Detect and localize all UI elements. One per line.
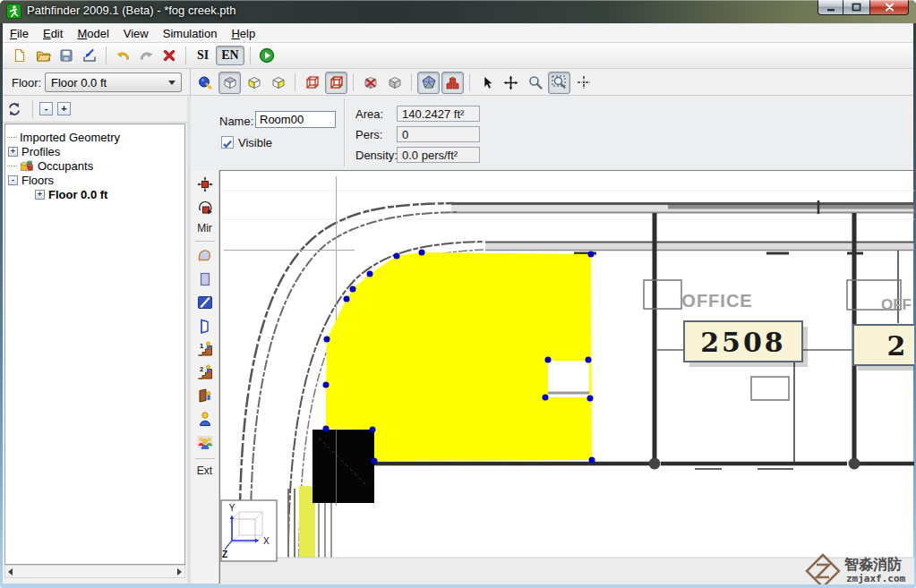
en-units-button[interactable]: EN (216, 46, 244, 65)
thin-wall-icon (197, 294, 213, 311)
select-tool-button[interactable] (475, 72, 498, 94)
density-label: Density: (355, 149, 398, 162)
save-file-button[interactable] (56, 45, 77, 66)
visible-checkbox[interactable] (221, 136, 234, 149)
occupant-icon (197, 411, 213, 427)
refresh-tree-button[interactable] (3, 102, 26, 116)
svg-text:1: 1 (200, 342, 203, 350)
office2-label: OFF (881, 296, 912, 313)
close-icon (885, 3, 895, 12)
tree-item-occupants[interactable]: Occupants (5, 158, 184, 173)
show-object-button[interactable] (383, 72, 406, 94)
check-icon (222, 139, 233, 149)
menu-help[interactable]: Help (224, 27, 262, 40)
model-canvas[interactable]: OFFICE 2508 OFF 2 (219, 170, 913, 584)
area-value: 140.2427 ft² (397, 106, 480, 122)
wireframe-view-button[interactable] (301, 72, 323, 94)
menu-edit[interactable]: Edit (36, 27, 70, 40)
floor-plan: OFFICE 2508 OFF 2 (220, 171, 914, 584)
shaded-view-button[interactable] (417, 72, 440, 94)
view-top-button[interactable] (218, 72, 241, 94)
orbit-view-button[interactable] (194, 72, 217, 94)
open-file-button[interactable] (32, 45, 54, 66)
solid-view-button[interactable] (325, 72, 347, 94)
redo-button[interactable] (135, 45, 157, 66)
scroll-right-icon[interactable] (177, 568, 182, 575)
extrude-button[interactable]: Ext (197, 464, 212, 477)
title-bar[interactable]: Pathfinder 2009.1 (Beta) - *fog creek.pt… (0, 0, 916, 23)
play-icon (259, 47, 275, 64)
toolbar-separator (106, 47, 107, 64)
black-obstruction[interactable] (312, 430, 374, 503)
faceted-solid-icon (422, 75, 436, 89)
visible-label: Visible (238, 136, 272, 149)
menu-simulation[interactable]: Simulation (156, 27, 225, 40)
tree-item-imported-geometry[interactable]: Imported Geometry (5, 130, 184, 144)
new-file-button[interactable] (9, 45, 30, 66)
scroll-left-icon[interactable] (8, 568, 13, 575)
add-door-button[interactable] (193, 315, 217, 337)
occupant-group-icon (197, 434, 213, 450)
navigation-panel: - + Imported Geometry + Profiles (3, 96, 187, 584)
move-object-icon (197, 176, 213, 192)
view-bottom-button[interactable] (267, 72, 289, 94)
expand-icon[interactable]: + (8, 147, 18, 157)
toolbar-separator (295, 73, 295, 91)
area-label: Area: (355, 107, 383, 121)
menu-file[interactable]: File (3, 27, 36, 40)
move-object-button[interactable] (193, 174, 217, 195)
menu-view[interactable]: View (116, 27, 156, 40)
tree-item-floor-0[interactable]: + Floor 0.0 ft (32, 187, 184, 201)
add-exit-door-button[interactable] (193, 385, 217, 406)
zoom-tool-button[interactable] (524, 72, 546, 94)
chevron-down-icon (168, 81, 175, 85)
new-file-icon (13, 48, 27, 63)
floor-label: Floor: (12, 76, 41, 89)
maximize-button[interactable] (843, 0, 869, 15)
app-icon (6, 4, 21, 19)
cube-top-icon (223, 75, 237, 89)
toolbar-separator (411, 73, 412, 91)
zoom-rect-tool-button[interactable] (548, 72, 570, 94)
room-name-input[interactable] (255, 111, 336, 128)
mirror-button[interactable]: Mir (197, 222, 212, 234)
minimize-button[interactable] (818, 0, 843, 15)
add-stairs-two-button[interactable]: 2 (193, 362, 217, 383)
pers-label: Pers: (355, 128, 382, 141)
import-button[interactable] (79, 45, 100, 66)
tree-item-floors[interactable]: - Floors (5, 173, 184, 187)
toolbar-separator (185, 47, 186, 64)
tree-item-profiles[interactable]: + Profiles (5, 144, 184, 158)
pan-tool-button[interactable] (500, 72, 522, 94)
thin-wall-button[interactable] (193, 292, 217, 313)
add-stairs-one-button[interactable]: 1 (193, 338, 217, 360)
tree-horizontal-scrollbar[interactable] (4, 565, 185, 578)
rotate-object-button[interactable] (193, 197, 217, 218)
axis-gizmo: Y X Z (221, 500, 277, 561)
add-occupant-button[interactable] (193, 408, 217, 430)
collapse-icon[interactable]: - (8, 175, 18, 185)
density-value: 0.0 pers/ft² (397, 147, 480, 163)
main-toolbar: SI EN (3, 43, 913, 69)
expand-icon[interactable]: + (35, 190, 45, 200)
exit-door-icon (197, 388, 213, 404)
run-simulation-button[interactable] (256, 45, 278, 66)
floor-dropdown[interactable]: Floor 0.0 ft (45, 72, 182, 92)
toolbar-separator (353, 73, 354, 91)
delete-button[interactable] (158, 45, 180, 66)
center-view-button[interactable] (572, 72, 595, 94)
solid-group-button[interactable] (441, 72, 464, 94)
close-button[interactable] (869, 0, 909, 15)
red-cubes-icon (446, 75, 460, 89)
menu-model[interactable]: Model (70, 27, 116, 40)
add-rectangle-room-button[interactable] (193, 268, 217, 290)
collapse-all-button[interactable]: - (39, 102, 53, 115)
floor-dropdown-value: Floor 0.0 ft (51, 76, 107, 89)
expand-all-button[interactable]: + (57, 102, 71, 115)
view-side-button[interactable] (243, 72, 265, 94)
add-occupant-group-button[interactable] (193, 431, 217, 453)
add-polygon-room-button[interactable] (193, 245, 217, 267)
si-units-button[interactable]: SI (192, 46, 214, 65)
undo-button[interactable] (112, 45, 133, 66)
hide-object-button[interactable] (359, 72, 381, 94)
